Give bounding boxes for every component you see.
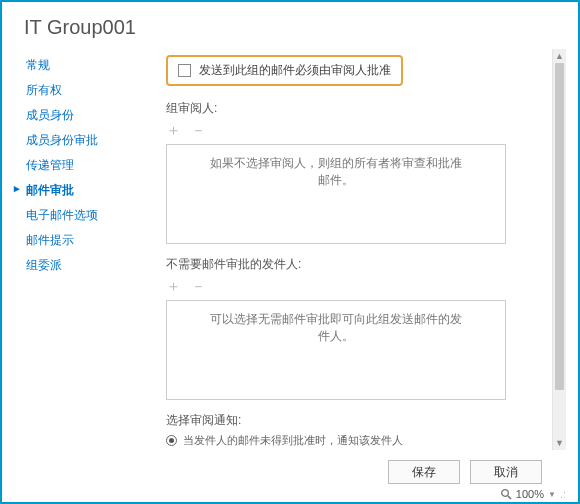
status-divider: .:: [560, 488, 566, 500]
svg-point-0: [502, 490, 509, 497]
moderators-list[interactable]: 如果不选择审阅人，则组的所有者将审查和批准邮件。: [166, 144, 506, 244]
sidebar-item-membership[interactable]: 成员身份: [26, 103, 146, 128]
svg-line-1: [508, 496, 511, 499]
require-approval-label: 发送到此组的邮件必须由审阅人批准: [199, 62, 391, 79]
zoom-dropdown-icon[interactable]: ▼: [548, 490, 556, 499]
zoom-value: 100%: [516, 488, 544, 500]
window-title: IT Group001: [6, 4, 566, 49]
scroll-thumb[interactable]: [555, 63, 564, 390]
require-approval-checkbox[interactable]: [178, 64, 191, 77]
moderators-add-remove[interactable]: ＋ －: [166, 121, 544, 140]
bypass-add-remove[interactable]: ＋ －: [166, 277, 544, 296]
sidebar-item-email-options[interactable]: 电子邮件选项: [26, 203, 146, 228]
require-approval-row[interactable]: 发送到此组的邮件必须由审阅人批准: [166, 55, 403, 86]
notify-label: 选择审阅通知:: [166, 412, 544, 429]
footer: 保存 取消: [6, 450, 566, 490]
sidebar-item-message-approval[interactable]: 邮件审批: [26, 178, 146, 203]
scroll-down-icon[interactable]: ▼: [553, 436, 566, 450]
sidebar-item-mailtip[interactable]: 邮件提示: [26, 228, 146, 253]
sidebar-item-membership-approval[interactable]: 成员身份审批: [26, 128, 146, 153]
sidebar-item-delivery-management[interactable]: 传递管理: [26, 153, 146, 178]
statusbar: 100% ▼ .:: [496, 486, 570, 502]
bypass-placeholder: 可以选择无需邮件审批即可向此组发送邮件的发件人。: [206, 311, 466, 345]
main-panel: 发送到此组的邮件必须由审阅人批准 组审阅人: ＋ － 如果不选择审阅人，则组的所…: [146, 49, 552, 450]
notify-option-label: 当发件人的邮件未得到批准时，通知该发件人: [183, 433, 403, 448]
moderators-label: 组审阅人:: [166, 100, 544, 117]
bypass-list[interactable]: 可以选择无需邮件审批即可向此组发送邮件的发件人。: [166, 300, 506, 400]
save-button[interactable]: 保存: [388, 460, 460, 484]
moderators-placeholder: 如果不选择审阅人，则组的所有者将审查和批准邮件。: [206, 155, 466, 189]
zoom-tool-icon[interactable]: [500, 488, 512, 500]
notify-option-radio[interactable]: [166, 435, 177, 446]
sidebar-item-general[interactable]: 常规: [26, 53, 146, 78]
sidebar-item-group-delegation[interactable]: 组委派: [26, 253, 146, 278]
scroll-up-icon[interactable]: ▲: [553, 49, 566, 63]
cancel-button[interactable]: 取消: [470, 460, 542, 484]
bypass-label: 不需要邮件审批的发件人:: [166, 256, 544, 273]
sidebar-item-ownership[interactable]: 所有权: [26, 78, 146, 103]
scrollbar[interactable]: ▲ ▼: [552, 49, 566, 450]
notify-option-row[interactable]: 当发件人的邮件未得到批准时，通知该发件人: [166, 433, 544, 448]
sidebar: 常规 所有权 成员身份 成员身份审批 传递管理 邮件审批 电子邮件选项 邮件提示…: [6, 49, 146, 450]
